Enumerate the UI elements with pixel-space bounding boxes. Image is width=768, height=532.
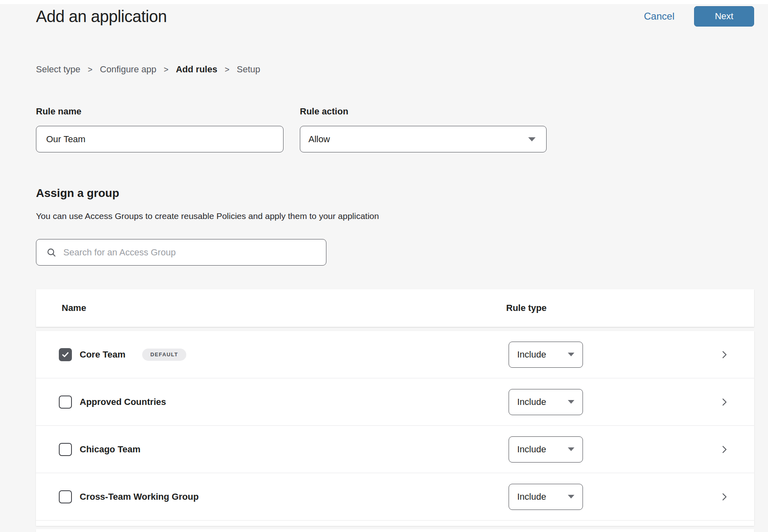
partial-next-row [36, 521, 754, 526]
table-row: Approved Countries Include [36, 378, 754, 426]
caret-down-icon [568, 447, 574, 451]
next-button[interactable]: Next [694, 6, 754, 27]
header-actions: Cancel Next [644, 6, 754, 27]
chevron-right-icon[interactable] [719, 397, 730, 407]
chevron-right-icon[interactable] [719, 492, 730, 502]
rule-action-select[interactable]: Allow [300, 126, 547, 152]
breadcrumb-step-add-rules[interactable]: Add rules [176, 64, 217, 75]
rule-type-value: Include [517, 349, 546, 360]
group-name: Cross-Team Working Group [80, 492, 199, 502]
checkmark-icon [61, 351, 69, 359]
search-icon [46, 247, 57, 258]
caret-down-icon [568, 495, 574, 498]
breadcrumb-step-setup[interactable]: Setup [237, 64, 261, 75]
column-header-name: Name [62, 303, 86, 313]
cancel-button[interactable]: Cancel [644, 11, 674, 22]
table-header: Name Rule type [36, 289, 754, 327]
table-row: Chicago Team Include [36, 426, 754, 473]
breadcrumb-separator: > [88, 65, 93, 74]
access-group-search [36, 239, 326, 266]
row-checkbox[interactable] [59, 348, 72, 361]
caret-down-icon [568, 353, 574, 356]
group-name: Chicago Team [80, 444, 141, 455]
page-header: Add an application Cancel Next [36, 6, 754, 27]
row-checkbox[interactable] [59, 490, 72, 503]
rule-type-select[interactable]: Include [509, 436, 583, 463]
default-badge: DEFAULT [142, 349, 186, 361]
breadcrumb-separator: > [225, 65, 230, 74]
rule-type-value: Include [517, 397, 546, 407]
rule-type-value: Include [517, 444, 546, 455]
assign-group-description: You can use Access Groups to create reus… [36, 211, 754, 221]
caret-down-icon [528, 137, 536, 141]
bottom-partial-card [36, 529, 754, 532]
rule-type-select[interactable]: Include [509, 342, 583, 368]
table-row: Cross-Team Working Group Include [36, 473, 754, 521]
rule-action-value: Allow [308, 134, 330, 145]
page-title: Add an application [36, 7, 167, 26]
page-content: Add an application Cancel Next Select ty… [0, 6, 768, 532]
assign-group-heading: Assign a group [36, 186, 754, 200]
top-strip [0, 0, 768, 4]
rule-form: Rule name Rule action Allow [36, 106, 754, 152]
rule-type-value: Include [517, 492, 546, 502]
breadcrumb-step-select-type[interactable]: Select type [36, 64, 80, 75]
rule-type-select[interactable]: Include [509, 389, 583, 415]
row-checkbox[interactable] [59, 443, 72, 456]
chevron-right-icon[interactable] [719, 444, 730, 455]
group-name: Core Team [80, 349, 125, 360]
table-row: Core Team DEFAULT Include [36, 331, 754, 378]
rule-action-label: Rule action [300, 106, 547, 117]
table-header-gap [36, 327, 754, 331]
search-input[interactable] [63, 247, 318, 258]
rule-action-field: Rule action Allow [300, 106, 547, 152]
breadcrumb-step-configure-app[interactable]: Configure app [100, 64, 156, 75]
group-name: Approved Countries [80, 397, 166, 407]
breadcrumb-separator: > [164, 65, 169, 74]
column-header-rule-type: Rule type [506, 303, 547, 313]
rule-name-field: Rule name [36, 106, 284, 152]
rule-name-label: Rule name [36, 106, 284, 117]
rule-name-input[interactable] [36, 126, 284, 152]
caret-down-icon [568, 400, 574, 404]
row-checkbox[interactable] [59, 396, 72, 409]
table-body: Core Team DEFAULT Include [36, 331, 754, 526]
access-groups-table: Name Rule type Core Team DEFAULT Include [36, 289, 754, 526]
breadcrumb: Select type > Configure app > Add rules … [36, 64, 754, 75]
chevron-right-icon[interactable] [719, 349, 730, 360]
rule-type-select[interactable]: Include [509, 484, 583, 510]
